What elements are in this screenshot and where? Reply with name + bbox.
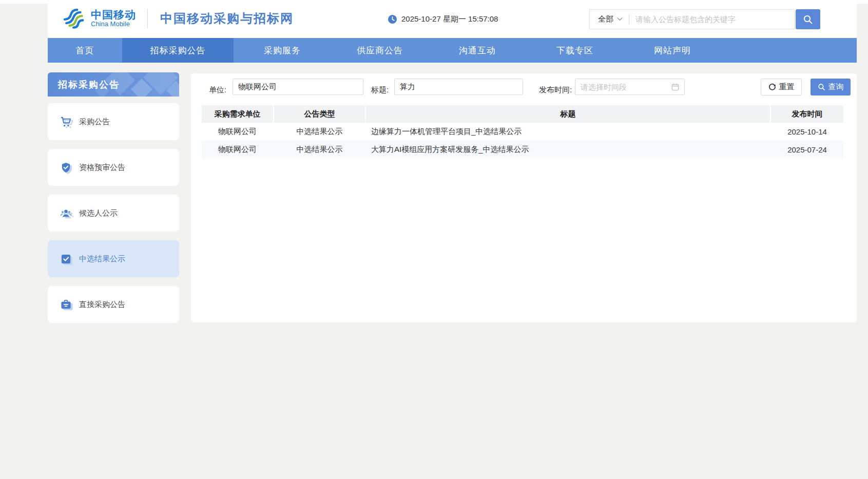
unit-filter-input[interactable] — [233, 79, 363, 95]
header-search-box: 全部 — [589, 9, 795, 29]
china-mobile-logo-icon — [62, 7, 86, 30]
calendar-icon[interactable] — [671, 83, 679, 91]
row-type: 中选结果公示 — [273, 123, 365, 141]
datetime: 2025-10-27 星期一 15:57:08 — [388, 0, 498, 38]
nav-item-bidding-announcements[interactable]: 招标采购公告 — [122, 38, 234, 63]
sidebar-item-label: 候选人公示 — [79, 208, 118, 218]
nav-item-downloads[interactable]: 下载专区 — [526, 38, 624, 63]
unit-filter-label: 单位: — [209, 82, 226, 98]
row-unit: 物联网公司 — [202, 141, 273, 159]
header: 中国移动 China Mobile 中国移动采购与招标网 2025-10-27 … — [48, 0, 857, 38]
date-filter-label: 发布时间: — [539, 82, 572, 98]
logo-divider — [147, 9, 148, 28]
nav-item-communication[interactable]: 沟通互动 — [429, 38, 526, 63]
sidebar-item-direct-procurement[interactable]: 直接采购公告 — [48, 286, 179, 323]
checkbox-icon — [60, 253, 72, 265]
date-range-input[interactable] — [575, 79, 685, 95]
main-panel: 单位: 标题: 发布时间: 重置 查询 采购需求单位 — [191, 73, 857, 322]
datetime-text: 2025-10-27 星期一 15:57:08 — [401, 14, 498, 24]
users-icon — [60, 207, 72, 219]
search-icon — [803, 14, 813, 25]
column-header-type: 公告类型 — [273, 105, 365, 123]
search-category-select[interactable]: 全部 — [590, 14, 629, 24]
sidebar-item-label: 资格预审公告 — [79, 163, 125, 173]
nav-item-supplier-announcements[interactable]: 供应商公告 — [331, 38, 429, 63]
query-button[interactable]: 查询 — [811, 79, 851, 95]
column-header-title: 标题 — [365, 105, 770, 123]
sidebar-item-candidate-publicity[interactable]: 候选人公示 — [48, 195, 179, 232]
logo-cn-text: 中国移动 — [91, 9, 136, 21]
refresh-icon — [768, 83, 776, 91]
nav-item-procurement-services[interactable]: 采购服务 — [234, 38, 331, 63]
sidebar-title: 招标采购公告 — [48, 72, 179, 97]
clock-icon — [388, 14, 397, 24]
cart-icon — [60, 116, 72, 128]
row-title-link[interactable]: 大算力AI模组应用方案研发服务_中选结果公示 — [365, 141, 770, 159]
sidebar-item-label: 中选结果公示 — [79, 254, 125, 264]
table-header-row: 采购需求单位 公告类型 标题 发布时间 — [202, 105, 843, 123]
search-button[interactable] — [796, 9, 820, 29]
row-date: 2025-10-14 — [770, 123, 843, 141]
sidebar-item-prequalification[interactable]: 资格预审公告 — [48, 149, 179, 186]
results-table: 采购需求单位 公告类型 标题 发布时间 物联网公司 中选结果公示 边缘算力一体机… — [202, 105, 843, 159]
row-unit: 物联网公司 — [202, 123, 273, 141]
nav-item-site-statement[interactable]: 网站声明 — [624, 38, 721, 63]
search-input[interactable] — [629, 15, 794, 24]
sidebar-item-selection-results[interactable]: 中选结果公示 — [48, 240, 179, 277]
logo[interactable]: 中国移动 China Mobile 中国移动采购与招标网 — [62, 7, 294, 30]
site-title: 中国移动采购与招标网 — [160, 10, 294, 27]
logo-en-text: China Mobile — [91, 21, 136, 28]
title-filter-label: 标题: — [371, 82, 389, 98]
nav-item-home[interactable]: 首页 — [48, 38, 122, 63]
query-search-icon — [818, 83, 825, 91]
row-type: 中选结果公示 — [273, 141, 365, 159]
search-category-value: 全部 — [598, 14, 613, 24]
row-title-link[interactable]: 边缘算力一体机管理平台项目_中选结果公示 — [365, 123, 770, 141]
sidebar-item-purchase-announcement[interactable]: 采购公告 — [48, 103, 179, 140]
reset-button-label: 重置 — [779, 82, 795, 92]
table-row: 物联网公司 中选结果公示 大算力AI模组应用方案研发服务_中选结果公示 2025… — [202, 141, 843, 159]
query-button-label: 查询 — [828, 82, 844, 92]
chevron-down-icon — [617, 17, 623, 21]
column-header-unit: 采购需求单位 — [202, 105, 273, 123]
row-date: 2025-07-24 — [770, 141, 843, 159]
sidebar-item-label: 采购公告 — [79, 117, 110, 127]
sidebar-item-label: 直接采购公告 — [79, 300, 125, 310]
main-nav: 首页 招标采购公告 采购服务 供应商公告 沟通互动 下载专区 网站声明 — [48, 38, 857, 63]
sidebar-title-text: 招标采购公告 — [48, 79, 120, 91]
briefcase-icon — [60, 299, 72, 311]
shield-check-icon — [60, 162, 72, 174]
column-header-date: 发布时间 — [770, 105, 843, 123]
reset-button[interactable]: 重置 — [761, 79, 802, 95]
table-row: 物联网公司 中选结果公示 边缘算力一体机管理平台项目_中选结果公示 2025-1… — [202, 123, 843, 141]
title-filter-input[interactable] — [394, 79, 523, 95]
